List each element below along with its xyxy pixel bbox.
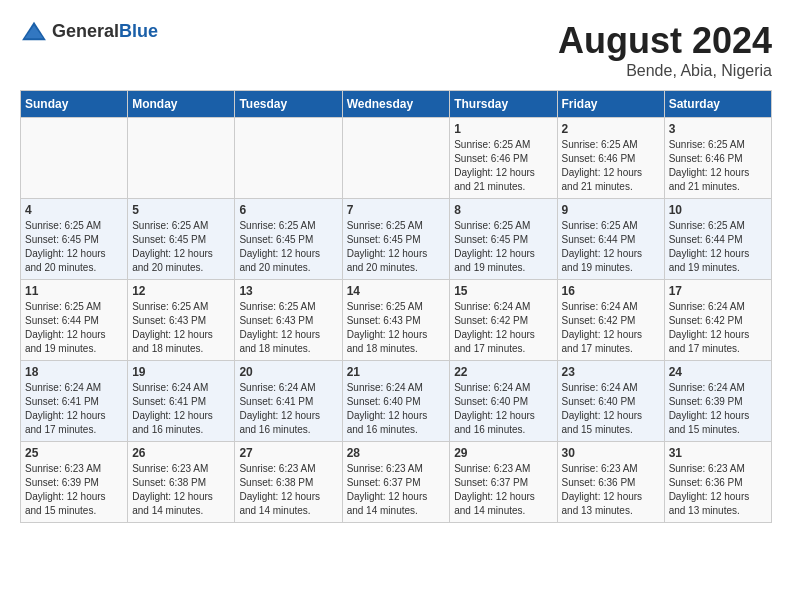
calendar-cell: 12Sunrise: 6:25 AM Sunset: 6:43 PM Dayli… (128, 280, 235, 361)
calendar-cell: 21Sunrise: 6:24 AM Sunset: 6:40 PM Dayli… (342, 361, 450, 442)
calendar-table: SundayMondayTuesdayWednesdayThursdayFrid… (20, 90, 772, 523)
calendar-cell: 13Sunrise: 6:25 AM Sunset: 6:43 PM Dayli… (235, 280, 342, 361)
day-number: 2 (562, 122, 660, 136)
day-info: Sunrise: 6:25 AM Sunset: 6:44 PM Dayligh… (562, 219, 660, 275)
day-number: 28 (347, 446, 446, 460)
calendar-cell: 25Sunrise: 6:23 AM Sunset: 6:39 PM Dayli… (21, 442, 128, 523)
calendar-cell: 18Sunrise: 6:24 AM Sunset: 6:41 PM Dayli… (21, 361, 128, 442)
logo-blue: Blue (119, 21, 158, 41)
day-number: 27 (239, 446, 337, 460)
calendar-cell: 22Sunrise: 6:24 AM Sunset: 6:40 PM Dayli… (450, 361, 557, 442)
day-number: 30 (562, 446, 660, 460)
day-number: 10 (669, 203, 767, 217)
day-info: Sunrise: 6:24 AM Sunset: 6:40 PM Dayligh… (347, 381, 446, 437)
day-number: 5 (132, 203, 230, 217)
day-number: 21 (347, 365, 446, 379)
day-number: 6 (239, 203, 337, 217)
calendar-cell: 5Sunrise: 6:25 AM Sunset: 6:45 PM Daylig… (128, 199, 235, 280)
day-info: Sunrise: 6:24 AM Sunset: 6:40 PM Dayligh… (562, 381, 660, 437)
calendar-cell: 1Sunrise: 6:25 AM Sunset: 6:46 PM Daylig… (450, 118, 557, 199)
logo-text: GeneralBlue (52, 21, 158, 42)
day-number: 15 (454, 284, 552, 298)
day-number: 8 (454, 203, 552, 217)
calendar-cell: 19Sunrise: 6:24 AM Sunset: 6:41 PM Dayli… (128, 361, 235, 442)
calendar-cell: 15Sunrise: 6:24 AM Sunset: 6:42 PM Dayli… (450, 280, 557, 361)
day-info: Sunrise: 6:25 AM Sunset: 6:46 PM Dayligh… (454, 138, 552, 194)
day-info: Sunrise: 6:24 AM Sunset: 6:39 PM Dayligh… (669, 381, 767, 437)
calendar-week-4: 18Sunrise: 6:24 AM Sunset: 6:41 PM Dayli… (21, 361, 772, 442)
weekday-header-friday: Friday (557, 91, 664, 118)
calendar-body: 1Sunrise: 6:25 AM Sunset: 6:46 PM Daylig… (21, 118, 772, 523)
day-info: Sunrise: 6:23 AM Sunset: 6:36 PM Dayligh… (562, 462, 660, 518)
weekday-header-monday: Monday (128, 91, 235, 118)
day-info: Sunrise: 6:23 AM Sunset: 6:37 PM Dayligh… (347, 462, 446, 518)
logo: GeneralBlue (20, 20, 158, 42)
weekday-header-thursday: Thursday (450, 91, 557, 118)
day-number: 12 (132, 284, 230, 298)
weekday-header-sunday: Sunday (21, 91, 128, 118)
day-info: Sunrise: 6:23 AM Sunset: 6:36 PM Dayligh… (669, 462, 767, 518)
day-info: Sunrise: 6:25 AM Sunset: 6:46 PM Dayligh… (669, 138, 767, 194)
calendar-cell: 27Sunrise: 6:23 AM Sunset: 6:38 PM Dayli… (235, 442, 342, 523)
calendar-cell: 7Sunrise: 6:25 AM Sunset: 6:45 PM Daylig… (342, 199, 450, 280)
calendar-week-5: 25Sunrise: 6:23 AM Sunset: 6:39 PM Dayli… (21, 442, 772, 523)
calendar-cell: 6Sunrise: 6:25 AM Sunset: 6:45 PM Daylig… (235, 199, 342, 280)
day-info: Sunrise: 6:25 AM Sunset: 6:44 PM Dayligh… (25, 300, 123, 356)
day-info: Sunrise: 6:25 AM Sunset: 6:45 PM Dayligh… (132, 219, 230, 275)
day-info: Sunrise: 6:23 AM Sunset: 6:37 PM Dayligh… (454, 462, 552, 518)
calendar-cell (342, 118, 450, 199)
day-info: Sunrise: 6:25 AM Sunset: 6:45 PM Dayligh… (25, 219, 123, 275)
logo-general: General (52, 21, 119, 41)
day-number: 16 (562, 284, 660, 298)
calendar-cell (128, 118, 235, 199)
page-header: GeneralBlue August 2024 Bende, Abia, Nig… (20, 20, 772, 80)
calendar-cell: 2Sunrise: 6:25 AM Sunset: 6:46 PM Daylig… (557, 118, 664, 199)
day-info: Sunrise: 6:24 AM Sunset: 6:41 PM Dayligh… (239, 381, 337, 437)
day-info: Sunrise: 6:24 AM Sunset: 6:40 PM Dayligh… (454, 381, 552, 437)
day-info: Sunrise: 6:25 AM Sunset: 6:43 PM Dayligh… (132, 300, 230, 356)
calendar-cell: 4Sunrise: 6:25 AM Sunset: 6:45 PM Daylig… (21, 199, 128, 280)
calendar-cell: 16Sunrise: 6:24 AM Sunset: 6:42 PM Dayli… (557, 280, 664, 361)
title-block: August 2024 Bende, Abia, Nigeria (558, 20, 772, 80)
day-info: Sunrise: 6:23 AM Sunset: 6:39 PM Dayligh… (25, 462, 123, 518)
calendar-cell: 11Sunrise: 6:25 AM Sunset: 6:44 PM Dayli… (21, 280, 128, 361)
day-info: Sunrise: 6:24 AM Sunset: 6:41 PM Dayligh… (132, 381, 230, 437)
day-number: 23 (562, 365, 660, 379)
calendar-location: Bende, Abia, Nigeria (558, 62, 772, 80)
calendar-cell: 10Sunrise: 6:25 AM Sunset: 6:44 PM Dayli… (664, 199, 771, 280)
calendar-cell: 9Sunrise: 6:25 AM Sunset: 6:44 PM Daylig… (557, 199, 664, 280)
weekday-header-row: SundayMondayTuesdayWednesdayThursdayFrid… (21, 91, 772, 118)
day-number: 1 (454, 122, 552, 136)
calendar-cell: 31Sunrise: 6:23 AM Sunset: 6:36 PM Dayli… (664, 442, 771, 523)
calendar-cell: 20Sunrise: 6:24 AM Sunset: 6:41 PM Dayli… (235, 361, 342, 442)
calendar-week-2: 4Sunrise: 6:25 AM Sunset: 6:45 PM Daylig… (21, 199, 772, 280)
day-number: 11 (25, 284, 123, 298)
day-number: 19 (132, 365, 230, 379)
day-info: Sunrise: 6:25 AM Sunset: 6:43 PM Dayligh… (239, 300, 337, 356)
calendar-cell: 8Sunrise: 6:25 AM Sunset: 6:45 PM Daylig… (450, 199, 557, 280)
day-info: Sunrise: 6:24 AM Sunset: 6:42 PM Dayligh… (454, 300, 552, 356)
day-info: Sunrise: 6:25 AM Sunset: 6:45 PM Dayligh… (347, 219, 446, 275)
day-info: Sunrise: 6:25 AM Sunset: 6:45 PM Dayligh… (454, 219, 552, 275)
calendar-week-3: 11Sunrise: 6:25 AM Sunset: 6:44 PM Dayli… (21, 280, 772, 361)
day-info: Sunrise: 6:24 AM Sunset: 6:42 PM Dayligh… (562, 300, 660, 356)
calendar-cell: 17Sunrise: 6:24 AM Sunset: 6:42 PM Dayli… (664, 280, 771, 361)
calendar-cell: 3Sunrise: 6:25 AM Sunset: 6:46 PM Daylig… (664, 118, 771, 199)
day-info: Sunrise: 6:25 AM Sunset: 6:45 PM Dayligh… (239, 219, 337, 275)
day-number: 18 (25, 365, 123, 379)
day-number: 31 (669, 446, 767, 460)
day-number: 24 (669, 365, 767, 379)
logo-icon (20, 20, 48, 42)
calendar-header: SundayMondayTuesdayWednesdayThursdayFrid… (21, 91, 772, 118)
day-info: Sunrise: 6:23 AM Sunset: 6:38 PM Dayligh… (132, 462, 230, 518)
day-info: Sunrise: 6:24 AM Sunset: 6:41 PM Dayligh… (25, 381, 123, 437)
calendar-cell: 24Sunrise: 6:24 AM Sunset: 6:39 PM Dayli… (664, 361, 771, 442)
day-number: 9 (562, 203, 660, 217)
day-info: Sunrise: 6:25 AM Sunset: 6:44 PM Dayligh… (669, 219, 767, 275)
day-number: 29 (454, 446, 552, 460)
calendar-cell: 30Sunrise: 6:23 AM Sunset: 6:36 PM Dayli… (557, 442, 664, 523)
weekday-header-saturday: Saturday (664, 91, 771, 118)
day-number: 13 (239, 284, 337, 298)
day-number: 17 (669, 284, 767, 298)
day-number: 26 (132, 446, 230, 460)
